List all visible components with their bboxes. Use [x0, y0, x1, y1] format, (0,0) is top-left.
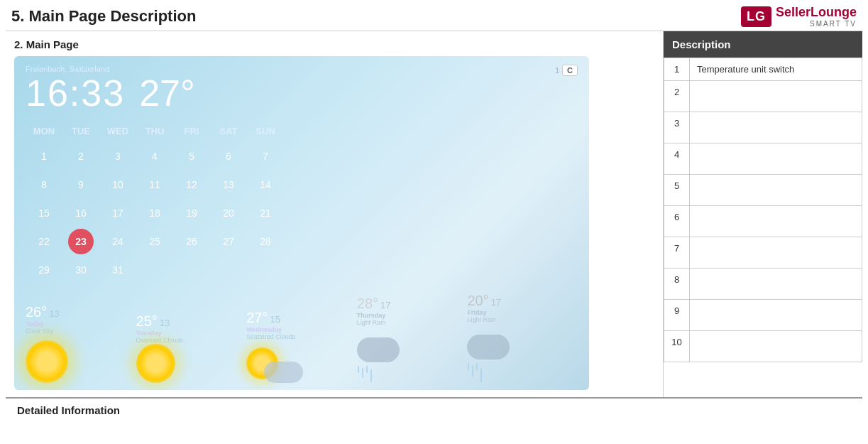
cal-day[interactable]: 18: [142, 200, 167, 226]
table-row: 9: [664, 299, 862, 330]
row-num: 3: [664, 112, 690, 143]
cal-day[interactable]: 2: [68, 144, 94, 169]
cal-day[interactable]: 31: [105, 257, 131, 283]
row-text: [690, 237, 862, 268]
cal-day[interactable]: 10: [105, 172, 131, 197]
fc-high-1: 26°: [26, 304, 47, 320]
time-display: 16:33: [26, 75, 125, 112]
sun-icon-2: [136, 344, 175, 383]
lg-logo: LG: [741, 6, 771, 27]
main-content: 2. Main Page Freienbach, Switzerland 16:…: [6, 31, 862, 397]
fc-day-2: Tuesday: [136, 330, 162, 337]
cal-mon: MON: [26, 123, 62, 139]
table-row: 4: [664, 143, 862, 174]
fc-day-4: Thursday: [357, 312, 386, 319]
row-text: [690, 143, 862, 174]
row-num: 1: [664, 58, 690, 80]
sun-icon-1: [26, 340, 68, 383]
fc-day-3: Wednesday: [246, 326, 282, 333]
row-num: 2: [664, 80, 690, 112]
page-header: 5. Main Page Description LG SellerLounge…: [0, 0, 868, 31]
row-text: Temperature unit switch: [690, 58, 862, 80]
rain-drop: [358, 366, 359, 373]
cal-day[interactable]: 14: [253, 172, 278, 197]
table-row: 8: [664, 268, 862, 299]
fc-desc-5: Light Rain: [467, 316, 496, 323]
bottom-title: Detailed Information: [17, 404, 851, 416]
cal-day[interactable]: 24: [105, 229, 131, 254]
cal-day[interactable]: 21: [253, 200, 278, 226]
cal-day[interactable]: 12: [179, 172, 204, 197]
row-text: [690, 174, 862, 205]
fc-high-5: 20°: [467, 293, 488, 309]
cal-day[interactable]: 11: [142, 172, 167, 197]
cloud-part: [264, 362, 303, 383]
fc-desc-2: Overcast Clouds: [136, 337, 184, 344]
section-title: 2. Main Page: [14, 38, 654, 50]
calendar: MON TUE WED THU FRI SAT SUN 1 2 3 4 5 6 …: [26, 123, 578, 284]
table-row: 1 Temperature unit switch: [664, 58, 862, 80]
cal-day[interactable]: 25: [142, 229, 167, 254]
rain-drop: [472, 366, 473, 377]
rain-drop: [370, 369, 372, 382]
rain-drop: [476, 363, 478, 370]
brand-text: SellerLounge SMART TV: [776, 6, 857, 28]
cal-day[interactable]: 13: [216, 172, 241, 197]
cal-day[interactable]: 7: [253, 144, 278, 169]
cal-day[interactable]: 27: [216, 229, 241, 254]
page-title: 5. Main Page Description: [11, 7, 196, 26]
calendar-header: MON TUE WED THU FRI SAT SUN: [26, 123, 578, 139]
row-text: [690, 112, 862, 143]
cal-day[interactable]: 29: [31, 257, 57, 283]
row-text: [690, 268, 862, 299]
cal-today[interactable]: 23: [68, 229, 94, 254]
table-row: 5: [664, 174, 862, 205]
table-row: 3: [664, 112, 862, 143]
weather-widget: Freienbach, Switzerland 16:33 27° 1 C MO…: [14, 56, 589, 390]
cal-day[interactable]: 19: [179, 200, 204, 226]
fc-low-1: 13: [49, 308, 59, 319]
cal-day[interactable]: 26: [179, 229, 204, 254]
cal-day[interactable]: 4: [142, 144, 167, 169]
temp-display: 27°: [139, 75, 195, 112]
cal-day[interactable]: 30: [68, 257, 94, 283]
cal-day[interactable]: 9: [68, 172, 94, 197]
forecast-row: 26° 13 Today Clear Sky 25° 13 Tuesday Ov…: [14, 293, 589, 383]
fc-day-1: Today: [26, 320, 44, 327]
forecast-today: 26° 13 Today Clear Sky: [26, 304, 136, 383]
cal-day[interactable]: 22: [31, 229, 57, 254]
rain-drop: [480, 368, 482, 382]
cal-day[interactable]: 5: [179, 144, 204, 169]
cal-day[interactable]: 20: [216, 200, 241, 226]
row-num: 4: [664, 143, 690, 174]
fc-low-5: 17: [491, 297, 501, 308]
forecast-fri: 20° 17 Friday Light Rain: [467, 293, 578, 383]
row-text: [690, 330, 862, 362]
fc-high-4: 28°: [357, 296, 378, 312]
row-num: 8: [664, 268, 690, 299]
cal-day[interactable]: 15: [31, 200, 57, 226]
cal-day[interactable]: 28: [253, 229, 278, 254]
cal-day[interactable]: 3: [105, 144, 131, 169]
fc-desc-3: Scattered Clouds: [246, 333, 295, 340]
cal-day[interactable]: 17: [105, 200, 131, 226]
cal-day[interactable]: 8: [31, 172, 57, 197]
seller-highlight: Seller: [776, 5, 811, 19]
unit-switch-area: 1 C: [555, 65, 578, 76]
cal-sun: SUN: [247, 123, 284, 139]
rain-drops-5: [467, 362, 483, 383]
cal-empty: [179, 257, 204, 283]
row-num: 5: [664, 174, 690, 205]
right-panel: Description 1 Temperature unit switch 2 …: [664, 31, 862, 397]
cal-day[interactable]: 6: [216, 144, 241, 169]
fc-low-3: 15: [270, 314, 280, 325]
row-num: 9: [664, 299, 690, 330]
table-row: 2: [664, 80, 862, 112]
table-row: 10: [664, 330, 862, 362]
fc-low-2: 13: [160, 318, 170, 328]
unit-toggle-button[interactable]: C: [562, 65, 578, 76]
row-text: [690, 205, 862, 237]
location-text: Freienbach, Switzerland: [26, 65, 578, 73]
cal-day[interactable]: 1: [31, 144, 57, 169]
cal-day[interactable]: 16: [68, 200, 94, 226]
